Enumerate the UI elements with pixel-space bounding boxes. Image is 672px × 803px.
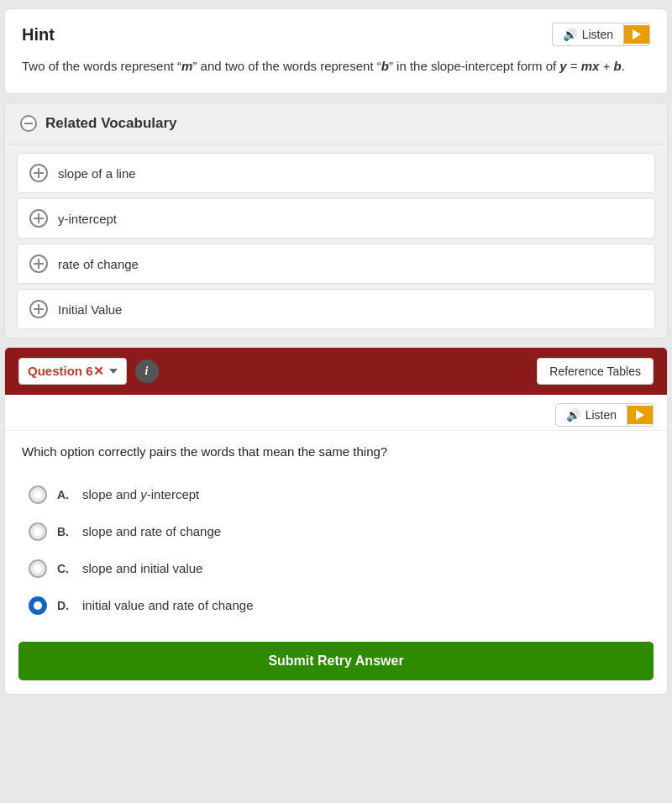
listen-button-text: 🔊 Listen: [553, 24, 624, 45]
question-listen-bar: 🔊 Listen: [5, 395, 667, 431]
radio-inner-d: [34, 601, 42, 610]
question-listen-button-text: 🔊 Listen: [556, 404, 627, 426]
expand-vocab-icon: [29, 164, 48, 182]
question-header-left: Question 6✕ i: [18, 358, 159, 385]
submit-retry-button[interactable]: Submit Retry Answer: [18, 642, 654, 680]
option-a-text: slope and y-intercept: [82, 487, 199, 501]
radio-c[interactable]: [29, 559, 47, 578]
radio-b[interactable]: [29, 522, 47, 541]
vocab-section: Related Vocabulary slope of a line y-int…: [4, 102, 668, 339]
plus-cross-icon: [34, 304, 44, 314]
question-section: Question 6✕ i Reference Tables 🔊 Listen: [4, 347, 668, 695]
radio-a[interactable]: [29, 485, 47, 504]
question-badge[interactable]: Question 6✕: [18, 358, 127, 385]
option-d-text: initial value and rate of change: [82, 598, 253, 612]
hint-text: Two of the words represent “m” and two o…: [22, 56, 650, 76]
info-icon[interactable]: i: [135, 360, 159, 383]
vocab-title: Related Vocabulary: [45, 115, 177, 132]
vocab-item-label: y-intercept: [58, 212, 117, 226]
page-wrapper: Hint 🔊 Listen Two of the words represent…: [4, 8, 668, 695]
speaker-icon: 🔊: [566, 408, 580, 422]
radio-inner-c: [34, 564, 42, 573]
info-i-icon: i: [145, 365, 149, 378]
expand-vocab-icon: [29, 209, 48, 228]
question-listen-play-button[interactable]: [627, 406, 653, 424]
listen-button[interactable]: 🔊 Listen: [552, 23, 650, 46]
listen-play-button[interactable]: [624, 25, 649, 44]
option-a-letter: A.: [57, 488, 72, 501]
vocab-item-label: slope of a line: [58, 166, 136, 181]
option-b-letter: B.: [57, 525, 72, 538]
vocab-item-initial-value[interactable]: Initial Value: [17, 289, 655, 329]
option-b[interactable]: B. slope and rate of change: [22, 514, 650, 549]
plus-cross-icon: [34, 168, 44, 178]
vocab-item-label: Initial Value: [58, 302, 122, 317]
vocab-item-rate-of-change[interactable]: rate of change: [17, 244, 655, 284]
plus-cross-icon: [34, 259, 44, 269]
play-triangle-icon: [633, 29, 641, 39]
hint-title: Hint: [22, 25, 55, 45]
options-list: A. slope and y-intercept B. slope and ra…: [22, 477, 650, 623]
radio-d[interactable]: [29, 596, 47, 615]
play-triangle-icon: [636, 410, 644, 420]
vocab-item-slope-of-a-line[interactable]: slope of a line: [17, 153, 655, 193]
question-badge-text: Question 6✕: [28, 364, 104, 379]
option-c-letter: C.: [57, 562, 72, 575]
speaker-icon: 🔊: [563, 28, 577, 41]
radio-inner-a: [34, 491, 42, 499]
expand-vocab-icon: [29, 300, 48, 318]
option-c[interactable]: C. slope and initial value: [22, 551, 650, 586]
hint-card: Hint 🔊 Listen Two of the words represent…: [4, 8, 668, 94]
vocab-item-y-intercept[interactable]: y-intercept: [17, 198, 655, 239]
reference-tables-button[interactable]: Reference Tables: [537, 358, 654, 385]
minus-line-icon: [24, 123, 33, 124]
option-d[interactable]: D. initial value and rate of change: [22, 588, 650, 623]
option-d-letter: D.: [57, 599, 72, 612]
vocab-list: slope of a line y-intercept rate of chan…: [5, 144, 667, 338]
question-body: Which option correctly pairs the words t…: [5, 431, 667, 635]
option-c-text: slope and initial value: [82, 561, 202, 575]
question-text: Which option correctly pairs the words t…: [22, 443, 650, 462]
vocab-header: Related Vocabulary: [5, 103, 667, 144]
plus-cross-icon: [34, 213, 44, 223]
question-header: Question 6✕ i Reference Tables: [5, 348, 667, 395]
collapse-vocab-button[interactable]: [20, 115, 37, 132]
option-b-text: slope and rate of change: [82, 524, 221, 538]
chevron-down-icon: [109, 369, 118, 374]
question-listen-button[interactable]: 🔊 Listen: [555, 403, 654, 427]
vocab-item-label: rate of change: [58, 257, 139, 271]
radio-inner-b: [34, 527, 42, 536]
option-a[interactable]: A. slope and y-intercept: [22, 477, 650, 512]
expand-vocab-icon: [29, 255, 48, 273]
hint-header: Hint 🔊 Listen: [22, 23, 650, 46]
